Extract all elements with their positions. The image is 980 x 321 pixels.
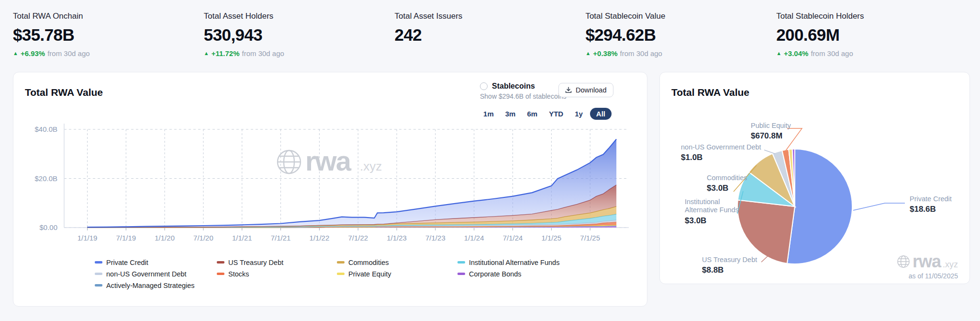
y-tick-label: $20.0B: [34, 174, 57, 183]
legend-swatch: [337, 273, 345, 275]
legend-item-private-equity[interactable]: Private Equity: [337, 270, 457, 278]
stat-total-asset-holders: Total Asset Holders 530,943 ▲ +11.72% fr…: [204, 11, 395, 57]
pie-slice-private-credit[interactable]: [787, 149, 852, 264]
download-button[interactable]: Download: [558, 83, 613, 97]
up-arrow-icon: ▲: [13, 51, 18, 56]
x-tick-label: 7/1/19: [116, 234, 136, 242]
total-rwa-value-area-card: Total RWA Value Stablecoins Show $294.6B…: [13, 72, 647, 307]
as-of-date: as of 11/05/2025: [896, 272, 958, 280]
legend-column: US Treasury DebtStocks: [217, 258, 337, 289]
x-tick-label: 1/1/20: [155, 234, 175, 242]
legend-item-non-us-government-debt[interactable]: non-US Government Debt: [95, 270, 217, 278]
stat-change-pct: +6.93%: [21, 49, 45, 57]
legend-swatch: [95, 261, 102, 264]
legend-label: non-US Government Debt: [106, 270, 187, 278]
stat-total-asset-issuers: Total Asset Issuers 242: [395, 11, 586, 57]
stat-total-rwa-onchain: Total RWA Onchain $35.78B ▲ +6.93% from …: [13, 11, 204, 57]
area-watermark: rwa.xyz: [278, 145, 382, 176]
legend-swatch: [217, 273, 224, 275]
stat-change: ▲ +0.38% from 30d ago: [585, 49, 776, 57]
legend-label: Commodities: [348, 259, 389, 266]
area-card-title: Total RWA Value: [25, 87, 103, 98]
stat-value: 530,943: [204, 25, 395, 45]
stat-value: 200.69M: [776, 25, 967, 45]
stat-change-suffix: from 30d ago: [47, 49, 89, 57]
legend-item-us-treasury-debt[interactable]: US Treasury Debt: [217, 258, 337, 266]
legend-swatch: [457, 273, 465, 275]
callout-non-us-gov: [764, 150, 775, 154]
legend-label: Private Equity: [348, 270, 391, 278]
legend-column: CommoditiesPrivate Equity: [337, 258, 457, 289]
pie-label-institutional-alt-funds: Institutional Alternative Funds $3.0B: [685, 198, 749, 226]
x-tick-label: 1/1/24: [464, 234, 484, 242]
stat-change-suffix: from 30d ago: [811, 49, 853, 57]
up-arrow-icon: ▲: [776, 51, 781, 56]
stat-label: Total Asset Holders: [204, 11, 395, 21]
x-tick-label: 1/1/19: [78, 234, 98, 242]
stat-label: Total Asset Issuers: [395, 11, 586, 21]
pie-watermark: rwa .xyz as of 11/05/2025: [896, 252, 958, 280]
up-arrow-icon: ▲: [585, 51, 590, 56]
download-icon: [565, 87, 572, 93]
legend-label: Private Credit: [106, 259, 148, 266]
stat-total-stablecoin-value: Total Stablecoin Value $294.62B ▲ +0.38%…: [585, 11, 776, 57]
legend-item-stocks[interactable]: Stocks: [217, 270, 337, 278]
x-tick-label: 7/1/22: [348, 234, 368, 242]
stat-change: ▲ +3.04% from 30d ago: [776, 49, 967, 57]
legend-label: Stocks: [228, 270, 249, 278]
watermark-tld: .xyz: [360, 159, 382, 173]
stat-change-suffix: from 30d ago: [620, 49, 662, 57]
cards-row: Total RWA Value Stablecoins Show $294.6B…: [13, 72, 970, 307]
stat-change-pct: +11.72%: [212, 49, 240, 57]
stablecoins-toggle-group: Stablecoins Show $294.6B of stablecoins: [480, 82, 567, 100]
stat-change-pct: +3.04%: [784, 49, 808, 57]
area-chart-legend: Private Creditnon-US Government DebtActi…: [23, 258, 638, 289]
stablecoins-checkbox[interactable]: [480, 82, 488, 90]
callout-private-credit: [853, 203, 905, 210]
legend-column: Private Creditnon-US Government DebtActi…: [95, 258, 217, 289]
globe-icon: [896, 254, 911, 269]
stablecoins-sublabel: Show $294.6B of stablecoins: [480, 92, 567, 100]
watermark-tld: .xyz: [943, 260, 958, 272]
legend-item-private-credit[interactable]: Private Credit: [95, 258, 217, 266]
x-tick-label: 1/1/22: [310, 234, 330, 242]
legend-swatch: [457, 261, 465, 264]
watermark-brand: rwa: [305, 145, 352, 176]
pie-label-non-us-gov-debt: non-US Government Debt $1.0B: [681, 143, 761, 163]
stablecoins-label[interactable]: Stablecoins: [492, 82, 535, 91]
stat-change: ▲ +11.72% from 30d ago: [204, 49, 395, 57]
stat-change-pct: +0.38%: [593, 49, 617, 57]
legend-item-actively-managed-strategies[interactable]: Actively-Managed Strategies: [95, 281, 217, 289]
watermark-brand: rwa: [913, 252, 941, 272]
legend-swatch: [95, 284, 102, 287]
stat-total-stablecoin-holders: Total Stablecoin Holders 200.69M ▲ +3.04…: [776, 11, 967, 57]
stat-change: ▲ +6.93% from 30d ago: [13, 49, 204, 57]
area-chart[interactable]: $0.00$20.0B$40.0B1/1/197/1/191/1/207/1/2…: [23, 118, 638, 247]
x-tick-label: 7/1/23: [425, 234, 445, 242]
stat-label: Total Stablecoin Holders: [776, 11, 967, 21]
legend-item-institutional-alternative-funds[interactable]: Institutional Alternative Funds: [457, 258, 638, 266]
y-tick-label: $40.0B: [34, 125, 57, 133]
legend-swatch: [337, 261, 345, 264]
area-chart-wrap: $0.00$20.0B$40.0B1/1/197/1/191/1/207/1/2…: [23, 118, 638, 247]
pie-label-public-equity: Public Equity $670.8M: [751, 122, 791, 141]
legend-label: US Treasury Debt: [228, 259, 283, 266]
x-tick-label: 1/1/25: [541, 234, 561, 242]
stat-label: Total Stablecoin Value: [585, 11, 776, 21]
pie-label-us-treasury-debt: US Treasury Debt $8.8B: [702, 256, 757, 275]
x-tick-label: 7/1/20: [193, 234, 213, 242]
stat-value: $35.78B: [13, 25, 204, 45]
pie-label-private-credit: Private Credit $18.6B: [910, 195, 952, 215]
legend-item-commodities[interactable]: Commodities: [337, 258, 457, 266]
stat-label: Total RWA Onchain: [13, 11, 204, 21]
stat-value: 242: [395, 25, 586, 45]
pie-label-commodities: Commodities $3.0B: [707, 174, 747, 194]
x-tick-label: 1/1/21: [232, 234, 252, 242]
download-label: Download: [576, 86, 607, 94]
y-tick-label: $0.00: [39, 223, 57, 231]
stat-change-suffix: from 30d ago: [242, 49, 284, 57]
x-tick-label: 1/1/23: [387, 234, 407, 242]
x-tick-label: 7/1/21: [271, 234, 291, 242]
legend-label: Corporate Bonds: [469, 270, 522, 278]
legend-item-corporate-bonds[interactable]: Corporate Bonds: [457, 270, 638, 278]
